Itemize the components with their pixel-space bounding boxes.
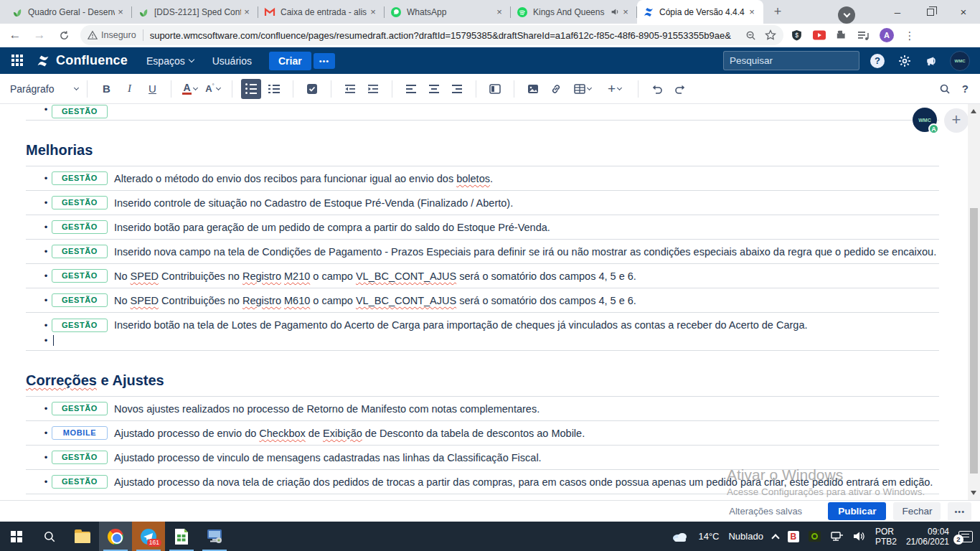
announcements-button[interactable] — [923, 52, 941, 70]
weather-cloud-icon[interactable] — [672, 531, 689, 542]
tab-close-icon[interactable]: × — [367, 6, 379, 18]
forward-button[interactable]: → — [30, 26, 49, 44]
tab-close-icon[interactable]: × — [115, 6, 126, 18]
tab-close-icon[interactable]: × — [746, 6, 758, 18]
address-bar[interactable]: Inseguro — [80, 25, 783, 45]
search-input[interactable] — [730, 55, 857, 66]
taskbar-search-button[interactable] — [33, 522, 66, 551]
status-badge[interactable]: GESTÃO — [52, 220, 108, 234]
network-tray-icon[interactable] — [830, 531, 844, 542]
bullet-list-button[interactable] — [241, 79, 261, 99]
list-item[interactable]: •GESTÃONo SPED Contribuições no Registro… — [26, 264, 939, 288]
extensions-puzzle-icon[interactable] — [836, 29, 847, 41]
status-badge[interactable]: GESTÃO — [52, 105, 108, 118]
weather-desc[interactable]: Nublado — [728, 531, 763, 542]
scroll-up-arrow[interactable] — [971, 109, 976, 113]
tab-confluence-active[interactable]: Cópia de Versão 4.4.4 - × — [637, 0, 763, 24]
status-badge[interactable]: GESTÃO — [52, 245, 108, 258]
help-button[interactable]: ? — [868, 52, 887, 70]
minimize-button[interactable]: – — [881, 0, 914, 24]
more-formatting-button[interactable]: A° — [203, 79, 223, 99]
numbered-list-button[interactable] — [264, 79, 284, 99]
add-element-button[interactable]: + — [944, 108, 969, 133]
browser-profile-avatar[interactable]: A — [880, 28, 894, 42]
editing-user-avatar[interactable]: WMC A — [913, 108, 937, 132]
status-badge[interactable]: GESTÃO — [52, 475, 108, 489]
list-item-partial-top[interactable]: • GESTÃO — [26, 104, 939, 121]
back-button[interactable]: ← — [6, 26, 24, 44]
list-item[interactable]: •GESTÃOInserido nova campo na tela de Co… — [26, 240, 939, 264]
create-more-button[interactable]: ••• — [314, 53, 336, 69]
redo-button[interactable] — [670, 79, 690, 99]
list-item[interactable]: •GESTÃONo SPED Contribuições no Registro… — [26, 288, 939, 313]
align-left-button[interactable] — [401, 79, 421, 99]
insert-more-button[interactable]: + — [600, 79, 629, 99]
list-item[interactable]: •GESTÃOAlterado o método do envio dos re… — [26, 166, 939, 191]
list-item[interactable]: •GESTÃOInserido botão para geração de um… — [26, 215, 939, 240]
tab-close-icon[interactable]: × — [494, 6, 505, 18]
scrollbar-thumb[interactable] — [970, 208, 978, 474]
insert-link-button[interactable] — [546, 79, 566, 99]
close-window-button[interactable]: × — [947, 0, 980, 24]
tab-close-icon[interactable]: × — [620, 6, 631, 18]
tab-close-icon[interactable]: × — [241, 6, 253, 18]
security-label[interactable]: Inseguro — [101, 30, 136, 40]
reload-button[interactable] — [55, 26, 73, 44]
paragraph-style-select[interactable]: Parágrafo — [10, 83, 80, 95]
list-item[interactable]: •MOBILEAjustado processo de envio do Che… — [26, 421, 939, 446]
editor-content[interactable]: • GESTÃO Melhorias•GESTÃOAlterado o méto… — [0, 104, 968, 500]
zoom-indicator-icon[interactable] — [745, 30, 756, 41]
insert-image-button[interactable] — [523, 79, 543, 99]
chrome-taskbar-button[interactable] — [99, 522, 132, 551]
url-input[interactable] — [150, 30, 745, 41]
status-badge[interactable]: GESTÃO — [52, 451, 108, 464]
footer-more-button[interactable]: ••• — [948, 502, 971, 521]
app-switcher-icon[interactable] — [11, 55, 24, 67]
tab-audio-icon[interactable] — [611, 7, 620, 17]
tab-jira-dds-2121[interactable]: [DDS-2121] Sped Cont × — [132, 0, 258, 24]
tab-jira-quadro-geral[interactable]: Quadro Geral - Desenv × — [6, 0, 132, 24]
list-item[interactable]: •GESTÃONovos ajustes realizados no proce… — [26, 397, 939, 421]
indent-button[interactable] — [363, 79, 383, 99]
empty-list-item[interactable]: • — [26, 334, 939, 346]
list-item[interactable]: •GESTÃOInserido botão na tela de Lotes d… — [26, 313, 939, 351]
bitdefender-tray-icon[interactable]: B — [788, 531, 799, 542]
outdent-button[interactable] — [340, 79, 360, 99]
close-editor-button[interactable]: Fechar — [893, 502, 941, 520]
tab-spotify[interactable]: Kings And Queens × — [511, 0, 637, 24]
status-badge[interactable]: GESTÃO — [52, 293, 108, 307]
action-center-icon[interactable]: 2 — [958, 531, 973, 542]
tab-whatsapp[interactable]: WhatsApp × — [385, 0, 511, 24]
remote-desktop-taskbar-button[interactable] — [198, 522, 231, 551]
bookmark-star-icon[interactable] — [765, 29, 776, 41]
status-badge[interactable]: GESTÃO — [52, 171, 108, 185]
italic-button[interactable]: I — [119, 79, 139, 99]
underline-button[interactable]: U — [142, 79, 162, 99]
editor-help-button[interactable]: ? — [962, 83, 969, 95]
hidden-icons-chevron[interactable] — [771, 534, 779, 542]
status-badge[interactable]: GESTÃO — [52, 402, 108, 415]
insert-table-button[interactable] — [569, 79, 598, 99]
text-color-button[interactable]: A — [180, 79, 200, 99]
status-badge[interactable]: GESTÃO — [52, 319, 108, 332]
volume-tray-icon[interactable] — [853, 531, 866, 542]
publish-button[interactable]: Publicar — [828, 502, 886, 520]
clock[interactable]: 09:0421/06/2021 — [906, 527, 949, 547]
status-badge[interactable]: MOBILE — [52, 426, 108, 440]
file-explorer-button[interactable] — [66, 522, 99, 551]
confluence-search[interactable] — [723, 51, 859, 70]
create-button[interactable]: Criar — [269, 52, 311, 70]
shield-extension-icon[interactable]: $ — [791, 29, 803, 42]
nav-users[interactable]: Usuários — [212, 55, 252, 67]
find-icon[interactable] — [939, 83, 951, 95]
tab-gmail-inbox[interactable]: Caixa de entrada - alis × — [258, 0, 385, 24]
tab-search-chevron-button[interactable] — [838, 6, 855, 24]
page-layout-button[interactable] — [485, 79, 505, 99]
list-item[interactable]: •GESTÃOInserido controle de situação no … — [26, 191, 939, 215]
undo-button[interactable] — [647, 79, 667, 99]
calc-taskbar-button[interactable] — [165, 522, 198, 551]
user-avatar[interactable]: WMC — [950, 51, 970, 71]
weather-temp[interactable]: 14°C — [698, 531, 719, 542]
restore-button[interactable] — [914, 0, 947, 24]
task-list-button[interactable] — [302, 79, 322, 99]
